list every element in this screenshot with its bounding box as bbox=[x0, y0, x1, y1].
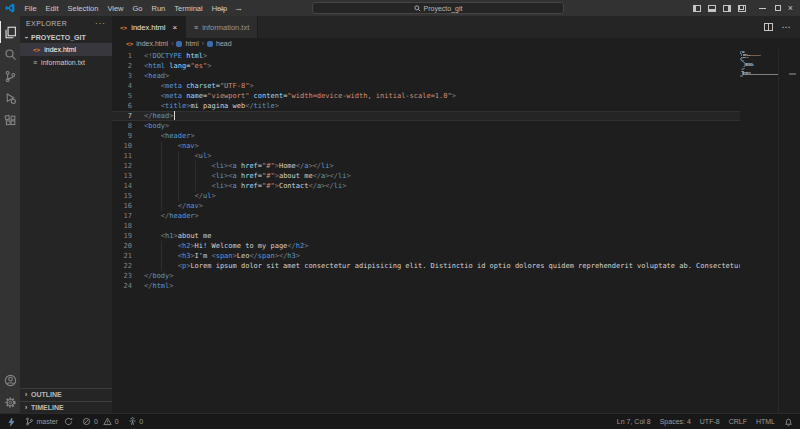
toggle-sidebar-icon[interactable] bbox=[689, 0, 704, 16]
code-line[interactable]: 23</body> bbox=[112, 271, 740, 281]
code-line[interactable]: 24</html> bbox=[112, 281, 740, 291]
code-line[interactable]: 12 <li><a href="#">Home</a></li> bbox=[112, 161, 740, 171]
code-line[interactable]: 16 </nav> bbox=[112, 201, 740, 211]
minimap-line bbox=[743, 74, 778, 75]
line-number: 18 bbox=[112, 221, 132, 231]
code-text: <li><a href="#">Contact</a></li> bbox=[144, 182, 346, 190]
scrollbar-decoration bbox=[789, 73, 796, 75]
extensions-icon[interactable] bbox=[0, 109, 20, 131]
code-text: </ul> bbox=[144, 192, 216, 200]
code-line[interactable]: 2<html lang="es"> bbox=[112, 61, 740, 71]
title-bar: File Edit Selection View Go Run Terminal… bbox=[0, 0, 800, 16]
explorer-more-actions-icon[interactable]: ··· bbox=[95, 19, 106, 28]
search-text: Proyecto_git bbox=[424, 5, 463, 12]
code-line[interactable]: 6 <title>mi pagina web</title> bbox=[112, 101, 740, 111]
menu-terminal[interactable]: Terminal bbox=[170, 4, 207, 13]
line-number: 1 bbox=[112, 51, 132, 61]
indent-guide bbox=[161, 191, 162, 201]
code-line[interactable]: 20 <h2>Hi! Welcome to my page</h2> bbox=[112, 241, 740, 251]
code-line[interactable]: 21 <h3>I'm <span>Leo</span></h3> bbox=[112, 251, 740, 261]
breadcrumb-file[interactable]: index.html bbox=[136, 40, 168, 47]
cursor-position[interactable]: Ln 7, Col 8 bbox=[617, 418, 651, 425]
forward-arrow-icon[interactable]: → bbox=[234, 3, 243, 13]
close-button[interactable]: × bbox=[785, 0, 800, 16]
eol-sequence[interactable]: CRLF bbox=[729, 418, 747, 425]
code-line[interactable]: 10 <nav> bbox=[112, 141, 740, 151]
problems-status[interactable]: 0 0 bbox=[82, 417, 118, 426]
remote-indicator[interactable] bbox=[7, 417, 16, 427]
code-text: <li><a href="#">Home</a></li> bbox=[144, 162, 334, 170]
line-number: 10 bbox=[112, 141, 132, 151]
search-icon bbox=[414, 5, 421, 12]
command-center-search[interactable]: Proyecto_git bbox=[312, 2, 564, 14]
code-line[interactable]: 8<body> bbox=[112, 121, 740, 131]
language-mode[interactable]: HTML bbox=[756, 418, 775, 425]
ports-status[interactable]: 0 bbox=[128, 417, 143, 426]
line-number: 6 bbox=[112, 101, 132, 111]
more-actions-icon[interactable]: ⋯ bbox=[782, 22, 792, 32]
git-branch-status[interactable]: master bbox=[25, 417, 73, 426]
minimap-line bbox=[753, 65, 754, 66]
split-editor-icon[interactable] bbox=[764, 23, 773, 31]
back-arrow-icon[interactable]: ← bbox=[218, 3, 227, 13]
menu-view[interactable]: View bbox=[103, 4, 128, 13]
code-line[interactable]: 15 </ul> bbox=[112, 191, 740, 201]
timeline-section[interactable]: › TIMELINE bbox=[20, 401, 112, 414]
code-line[interactable]: 7</head> bbox=[112, 111, 740, 121]
chevron-down-icon: › bbox=[23, 34, 30, 40]
folder-proyecto-git[interactable]: › PROYECTO_GIT bbox=[20, 31, 112, 43]
code-line[interactable]: 14 <li><a href="#">Contact</a></li> bbox=[112, 181, 740, 191]
outline-section[interactable]: › OUTLINE bbox=[20, 388, 112, 401]
indent-guide bbox=[195, 181, 196, 191]
line-number: 8 bbox=[112, 121, 132, 131]
minimap-line bbox=[760, 55, 761, 56]
indentation[interactable]: Spaces: 4 bbox=[660, 418, 691, 425]
code-line[interactable]: 5 <meta name="viewport" content="width=d… bbox=[112, 91, 740, 101]
code-line[interactable]: 19 <h1>about me bbox=[112, 231, 740, 241]
close-tab-icon[interactable]: × bbox=[172, 23, 177, 32]
file-item-index-html[interactable]: <> index.html bbox=[20, 43, 112, 56]
menu-run[interactable]: Run bbox=[147, 4, 170, 13]
menu-selection[interactable]: Selection bbox=[63, 4, 103, 13]
code-line[interactable]: 4 <meta charset="UTF-8"> bbox=[112, 81, 740, 91]
code-line[interactable]: 18 bbox=[112, 221, 740, 231]
toggle-panel-icon[interactable] bbox=[704, 0, 719, 16]
customize-layout-icon[interactable] bbox=[734, 0, 749, 16]
run-and-debug-icon[interactable] bbox=[0, 87, 20, 109]
code-line[interactable]: 17 </header> bbox=[112, 211, 740, 221]
code-editor[interactable]: 1<!DOCTYPE html>2<html lang="es">3<head>… bbox=[112, 49, 800, 413]
search-sidebar-icon[interactable] bbox=[0, 43, 20, 65]
explorer-icon[interactable] bbox=[0, 21, 20, 43]
settings-gear-icon[interactable] bbox=[0, 391, 20, 413]
menu-edit[interactable]: Edit bbox=[41, 4, 63, 13]
code-line[interactable]: 3<head> bbox=[112, 71, 740, 81]
code-text: <title>mi pagina web</title> bbox=[144, 102, 279, 110]
tab-label: information.txt bbox=[202, 23, 249, 32]
code-text: <h1>about me bbox=[144, 232, 211, 240]
code-line[interactable]: 13 <li><a href="#">about me</a></li> bbox=[112, 171, 740, 181]
scrollbar[interactable] bbox=[778, 49, 800, 413]
toggle-secondary-sidebar-icon[interactable] bbox=[719, 0, 734, 16]
encoding[interactable]: UTF-8 bbox=[700, 418, 720, 425]
code-line[interactable]: 11 <ul> bbox=[112, 151, 740, 161]
line-number: 12 bbox=[112, 161, 132, 171]
code-line[interactable]: 22 <p>Lorem ipsum dolor sit amet consect… bbox=[112, 261, 740, 271]
breadcrumb-html[interactable]: html bbox=[185, 40, 198, 47]
notifications-bell-icon[interactable] bbox=[784, 417, 793, 427]
account-icon[interactable] bbox=[0, 369, 20, 391]
source-control-icon[interactable] bbox=[0, 65, 20, 87]
tab-information-txt[interactable]: ≡ information.txt bbox=[186, 16, 258, 38]
file-item-information-txt[interactable]: ≡ information.txt bbox=[20, 56, 112, 69]
minimize-button[interactable] bbox=[755, 0, 770, 16]
tab-index-html[interactable]: <> index.html × bbox=[112, 16, 186, 38]
minimap[interactable] bbox=[740, 49, 778, 413]
error-count: 0 bbox=[94, 418, 98, 425]
restore-button[interactable] bbox=[770, 0, 785, 16]
menu-file[interactable]: File bbox=[20, 4, 41, 13]
breadcrumb-head[interactable]: head bbox=[216, 40, 232, 47]
code-line[interactable]: 1<!DOCTYPE html> bbox=[112, 51, 740, 61]
indent-guide bbox=[161, 151, 162, 161]
editor-actions: ⋯ bbox=[764, 16, 800, 38]
menu-go[interactable]: Go bbox=[128, 4, 147, 13]
code-line[interactable]: 9 <header> bbox=[112, 131, 740, 141]
